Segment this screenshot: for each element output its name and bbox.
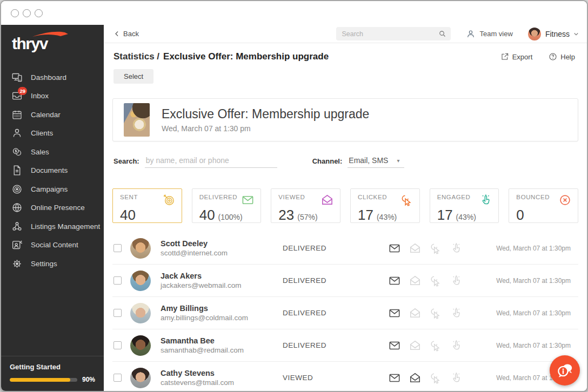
row-checkbox[interactable] [113,309,122,317]
campaigns-icon [11,184,23,195]
team-view-button[interactable]: Team view [466,29,512,39]
cursor-click-icon[interactable] [430,307,442,319]
channel-dropdown[interactable]: Email, SMS ▾ [348,155,404,168]
sidebar-item-clients[interactable]: Clients [1,124,104,143]
row-checkbox[interactable] [113,341,122,349]
recipient-status: DELIVERED [283,309,389,317]
page-body: Exclusive Offer: Membership upgrade Wed,… [104,84,587,391]
recipient-row: Jack Akersjackakers@webmail.com DELIVERE… [112,265,578,297]
hand-tap-icon[interactable] [450,275,462,287]
window-control-3[interactable] [35,9,43,17]
recipient-name[interactable]: Samantha Bee [161,336,283,345]
calendar-icon [11,109,23,120]
account-menu[interactable]: Fitness [528,28,579,40]
sidebar-item-documents[interactable]: Documents [1,161,104,180]
sidebar-item-label: Documents [31,166,68,174]
hand-tap-icon[interactable] [450,242,462,254]
recipient-name[interactable]: Amy Billings [161,304,283,313]
stat-percent: (43%) [456,213,476,221]
search-icon[interactable] [438,30,446,38]
cursor-click-icon[interactable] [430,275,442,287]
recipient-email: scottd@internet.com [161,249,283,257]
avatar [130,271,151,291]
envelope-open-icon[interactable] [409,275,421,287]
global-search-input[interactable] [342,30,438,38]
sidebar-item-listings-management[interactable]: Listings Management [1,217,104,236]
sales-icon [11,146,23,158]
stats-row: SENT 40 DELIVERED 40(100%) VIEWED 23(57%… [112,188,578,223]
sidebar-item-calendar[interactable]: Calendar [1,105,104,124]
window-control-2[interactable] [23,9,31,17]
cursor-click-icon[interactable] [430,242,442,254]
row-checkbox[interactable] [113,244,122,252]
hand-tap-icon[interactable] [450,340,462,352]
sidebar-nav: Dashboard 29 Inbox Calendar Clients Sale… [1,68,104,273]
sidebar-item-social-content[interactable]: Social Content [1,236,104,255]
team-view-person-icon [466,29,476,39]
stat-card-bounced[interactable]: BOUNCED 0 [509,188,578,223]
envelope-open-icon[interactable] [409,242,421,254]
getting-started-progress-track [10,378,77,382]
campaign-title: Exclusive Offer: Membership upgrade [162,107,369,121]
hand-tap-icon[interactable] [450,307,462,319]
envelope-closed-icon[interactable] [389,307,400,319]
recipient-name[interactable]: Cathy Stevens [161,369,283,377]
window-chrome [1,1,587,25]
stat-percent: (100%) [218,213,243,221]
stat-card-sent[interactable]: SENT 40 [112,188,182,223]
sidebar-item-online-presence[interactable]: Online Presence [1,199,104,218]
stat-label: BOUNCED [516,194,550,200]
export-button[interactable]: Export [500,52,533,61]
hand-tap-icon[interactable] [450,372,462,384]
sidebar-item-settings[interactable]: Settings [1,254,104,273]
getting-started-panel[interactable]: Getting Started 90% [1,356,104,391]
sidebar-item-dashboard[interactable]: Dashboard [1,68,104,87]
sidebar-item-label: Social Content [31,241,78,249]
envelope-closed-icon[interactable] [389,242,400,254]
envelope-closed-icon[interactable] [389,340,400,352]
global-search [336,27,451,40]
envelope-open-icon[interactable] [409,372,421,384]
back-label: Back [123,30,139,38]
sidebar-item-sales[interactable]: Sales [1,143,104,161]
page-header: Statistics / Exclusive Offer: Membership… [104,43,587,62]
cursor-click-icon[interactable] [430,372,442,384]
page-title: Exclusive Offer: Membership upgrade [163,51,329,62]
sidebar-item-inbox[interactable]: 29 Inbox [1,87,104,106]
recipient-status: DELIVERED [283,341,389,349]
dashboard-icon [11,72,23,83]
breadcrumb[interactable]: Statistics / [113,51,159,62]
thryv-logo: thryv [1,25,104,62]
sidebar-item-campaigns[interactable]: Campaigns [1,180,104,199]
chat-support-button[interactable] [550,355,580,386]
stat-card-viewed[interactable]: VIEWED 23(57%) [271,188,340,223]
envelope-open-icon[interactable] [409,307,421,319]
recipient-timestamp: Wed, March 07 at 1:30pm [496,309,577,317]
envelope-open-icon[interactable] [409,340,421,352]
row-checkbox[interactable] [113,276,122,285]
getting-started-label: Getting Started [10,363,95,371]
recipient-search-input[interactable] [145,155,277,168]
cursor-click-icon[interactable] [430,340,442,352]
stat-card-delivered[interactable]: DELIVERED 40(100%) [192,188,262,223]
recipient-name[interactable]: Jack Akers [161,272,283,280]
channel-value: Email, SMS [349,156,388,165]
row-checkbox[interactable] [113,374,122,382]
stat-value: 40 [199,207,215,224]
back-button[interactable]: Back [113,30,139,38]
envelope-closed-icon[interactable] [389,372,400,384]
window-control-1[interactable] [11,9,19,17]
help-button[interactable]: Help [549,52,575,61]
export-label: Export [512,53,533,61]
stat-card-engaged[interactable]: ENGAGED 17(43%) [430,188,499,223]
app-window: thryv Dashboard 29 Inbox Calendar Cl [0,0,588,392]
envelope-closed-icon[interactable] [389,275,400,287]
stat-card-clicked[interactable]: CLICKED 17(43%) [350,188,420,223]
select-button[interactable]: Select [113,69,153,84]
recipient-timestamp: Wed, March 07 at 1:30pm [496,342,577,349]
envelope-closed-icon [242,194,254,206]
recipient-name[interactable]: Scott Deeley [161,239,283,248]
recipient-email: catstevens@tmail.com [161,379,283,387]
recipient-row: Samantha Beesamanthab@redmail.com DELIVE… [112,329,578,362]
sidebar-item-label: Inbox [31,92,49,100]
